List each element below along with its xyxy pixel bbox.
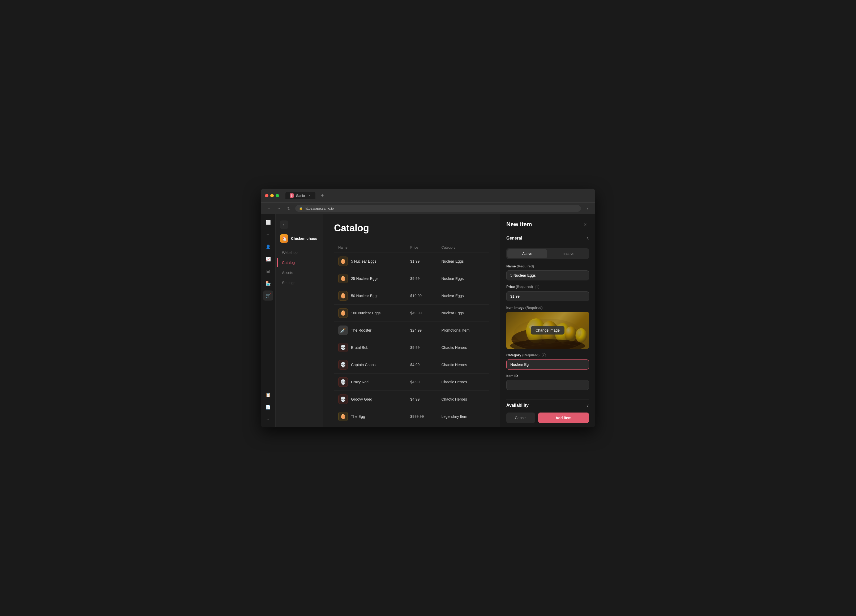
- store-header: 🐔 Chicken chaos: [276, 232, 323, 247]
- new-tab-button[interactable]: +: [319, 192, 326, 199]
- item-name-cell: 🥚 100 Nuclear Eggs: [334, 304, 406, 322]
- item-icon: 🥚: [338, 274, 348, 283]
- item-price-cell: $1.99: [406, 253, 437, 270]
- sidebar-icon-cart[interactable]: 🛒: [263, 290, 273, 301]
- item-icon: 💀: [338, 343, 348, 352]
- url-display: https://app.sanlo.io: [305, 206, 334, 210]
- back-nav-button[interactable]: ←: [265, 205, 273, 212]
- item-id-input[interactable]: [507, 380, 589, 390]
- status-toggle: Active Inactive: [507, 248, 589, 259]
- sidebar-icon-file[interactable]: 📄: [263, 402, 273, 412]
- forward-nav-button[interactable]: →: [275, 205, 282, 212]
- panel-close-button[interactable]: ✕: [581, 220, 589, 229]
- item-category-cell: Nuclear Eggs: [437, 287, 490, 304]
- item-price-cell: $999.99: [406, 408, 437, 425]
- tab-label: Sanlo: [296, 194, 305, 198]
- table-row[interactable]: 💀 Triple Threat $29.99 Featured Deal: [334, 425, 489, 428]
- col-header-name: Name: [334, 242, 406, 253]
- item-icon: 🥚: [338, 308, 348, 318]
- item-id-label: Item ID: [507, 374, 589, 378]
- table-row[interactable]: 💀 Crazy Red $4.99 Chaotic Heroes: [334, 373, 489, 391]
- category-input[interactable]: [507, 359, 589, 370]
- cancel-button[interactable]: Cancel: [507, 413, 535, 423]
- tab-close-button[interactable]: ✕: [307, 194, 311, 198]
- catalog-table: Name Price Category 🥚 5 Nuclear Eggs $1.…: [334, 242, 489, 427]
- category-info-icon[interactable]: i: [542, 353, 546, 357]
- change-image-button[interactable]: Change image: [531, 326, 565, 335]
- item-name-cell: 🥚 5 Nuclear Eggs: [334, 253, 406, 270]
- item-category-cell: Nuclear Eggs: [437, 270, 490, 287]
- availability-toggle[interactable]: ∨: [586, 403, 589, 407]
- sidebar-icon-docs[interactable]: 📋: [263, 390, 273, 400]
- sidebar-icon-back[interactable]: ←: [263, 229, 273, 240]
- item-name-cell: 💀 Triple Threat: [334, 425, 406, 428]
- item-category-cell: Featured Deal: [437, 425, 490, 428]
- item-icon: 🥚: [338, 412, 348, 421]
- nav-item-settings[interactable]: Settings: [278, 278, 321, 287]
- table-row[interactable]: 🥚 50 Nuclear Eggs $19.99 Nuclear Eggs: [334, 287, 489, 304]
- table-row[interactable]: 🥚 25 Nuclear Eggs $9.99 Nuclear Eggs: [334, 270, 489, 287]
- table-row[interactable]: 🥚 100 Nuclear Eggs $49.99 Nuclear Eggs: [334, 304, 489, 322]
- maximize-traffic-light[interactable]: [276, 194, 279, 197]
- item-image-preview[interactable]: Change image: [507, 312, 589, 349]
- item-name-cell: 🥚 25 Nuclear Eggs: [334, 270, 406, 287]
- sidebar-icon-chart[interactable]: 📈: [263, 254, 273, 264]
- name-input[interactable]: [507, 270, 589, 280]
- sidebar-icon-user[interactable]: 👤: [263, 242, 273, 252]
- add-item-button[interactable]: Add item: [538, 413, 589, 423]
- item-name: The Rooster: [351, 328, 371, 332]
- item-name: The Egg: [351, 415, 365, 419]
- status-active-option[interactable]: Active: [507, 249, 547, 258]
- table-row[interactable]: 💀 Captain Chaos $4.99 Chaotic Heroes: [334, 356, 489, 373]
- address-bar[interactable]: 🔒 https://app.sanlo.io: [295, 205, 581, 212]
- item-category-cell: Chaotic Heroes: [437, 339, 490, 356]
- nav-item-webshop[interactable]: Webshop: [278, 248, 321, 257]
- browser-tab[interactable]: S Sanlo ✕: [285, 192, 316, 199]
- table-row[interactable]: 💀 Groovy Greg $4.99 Chaotic Heroes: [334, 391, 489, 408]
- item-name-cell: 🥚 The Egg: [334, 408, 406, 425]
- item-price-cell: $4.99: [406, 373, 437, 391]
- table-row[interactable]: 🥚 5 Nuclear Eggs $1.99 Nuclear Eggs: [334, 253, 489, 270]
- table-row[interactable]: 💀 Brutal Bob $9.99 Chaotic Heroes: [334, 339, 489, 356]
- minimize-traffic-light[interactable]: [270, 194, 274, 197]
- item-price-cell: $4.99: [406, 391, 437, 408]
- item-name: 100 Nuclear Eggs: [351, 311, 380, 315]
- sidebar-icon-shop[interactable]: 🏪: [263, 278, 273, 288]
- item-category-cell: Legendary Item: [437, 408, 490, 425]
- main-content: Catalog Name Price Category 🥚 5 Nuclea: [323, 214, 500, 427]
- item-name-cell: 💀 Captain Chaos: [334, 356, 406, 373]
- item-icon: 🥚: [338, 257, 348, 266]
- sidebar-icon-logout[interactable]: →: [263, 414, 273, 424]
- close-traffic-light[interactable]: [265, 194, 268, 197]
- general-section-title: General: [507, 236, 522, 241]
- nav-sidebar: ← 🐔 Chicken chaos Webshop Catalog Assets…: [276, 214, 323, 427]
- sidebar-icon-tv[interactable]: ⬜: [263, 217, 273, 227]
- nav-item-assets[interactable]: Assets: [278, 268, 321, 277]
- item-name: 5 Nuclear Eggs: [351, 259, 377, 263]
- item-category-cell: Nuclear Eggs: [437, 304, 490, 322]
- more-options-button[interactable]: ⋮: [583, 205, 591, 212]
- table-row[interactable]: 🥚 The Egg $999.99 Legendary Item: [334, 408, 489, 425]
- general-section-toggle[interactable]: ∧: [586, 236, 589, 240]
- store-name: Chicken chaos: [291, 237, 317, 241]
- tab-favicon: S: [289, 194, 294, 198]
- nav-item-catalog[interactable]: Catalog: [277, 258, 321, 267]
- reload-button[interactable]: ↻: [285, 205, 293, 212]
- price-input[interactable]: [507, 291, 589, 301]
- change-image-overlay: Change image: [507, 312, 589, 349]
- panel-header: New item ✕: [500, 214, 595, 233]
- sidebar-icon-grid[interactable]: ⊞: [263, 266, 273, 276]
- browser-toolbar: ← → ↻ 🔒 https://app.sanlo.io ⋮: [261, 203, 595, 214]
- col-header-category: Category: [437, 242, 490, 253]
- table-row[interactable]: 🗡️ The Rooster $24.99 Promotional Item: [334, 322, 489, 339]
- item-price-cell: $49.99: [406, 304, 437, 322]
- nav-back-button[interactable]: ←: [280, 220, 288, 229]
- store-avatar: 🐔: [280, 234, 288, 243]
- item-price-cell: $29.99: [406, 425, 437, 428]
- col-header-price: Price: [406, 242, 437, 253]
- price-info-icon[interactable]: i: [535, 285, 539, 289]
- panel-title: New item: [507, 221, 532, 228]
- item-name-cell: 💀 Groovy Greg: [334, 391, 406, 408]
- item-icon: 🥚: [338, 291, 348, 301]
- status-inactive-option[interactable]: Inactive: [548, 249, 588, 258]
